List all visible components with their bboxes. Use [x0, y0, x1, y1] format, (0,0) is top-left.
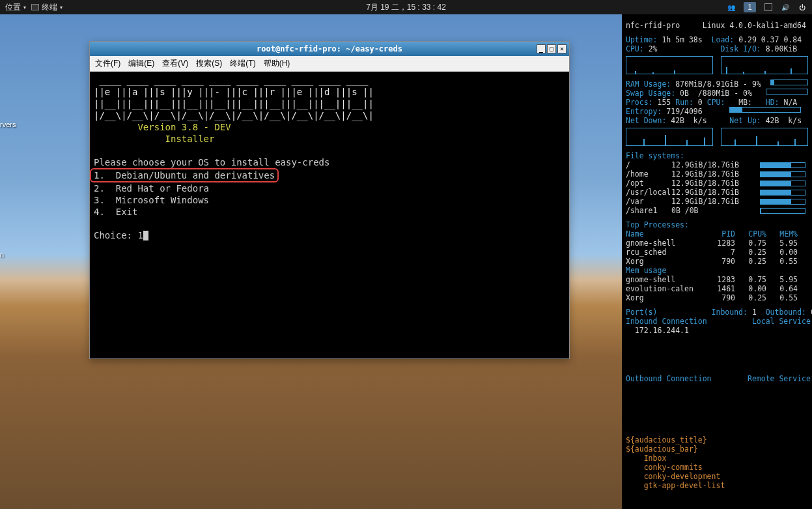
- volume-icon[interactable]: [781, 3, 790, 12]
- netup-value: 42B k/s: [766, 116, 802, 125]
- fs-mount: /usr/local: [626, 188, 671, 197]
- run-label: Run:: [675, 98, 693, 107]
- entropy-bar: [729, 107, 801, 113]
- fs-mount: /opt: [626, 179, 671, 188]
- cursor-icon: [143, 231, 148, 240]
- terminal-menu[interactable]: 终端: [31, 2, 63, 13]
- diskio-value: 8.00KiB: [766, 44, 797, 53]
- mem-proc-list: gnome-shell12830.755.95 evolution-calen1…: [626, 275, 808, 302]
- netdown-graph: [626, 128, 713, 146]
- uptime-value: 1h 5m 38s: [662, 35, 702, 44]
- fs-bar: [760, 162, 805, 168]
- cpu-value: 2%: [649, 44, 658, 53]
- places-menu[interactable]: 位置: [5, 2, 26, 13]
- fs-size: 12.9GiB/18.7GiB: [671, 179, 760, 188]
- load-label: Load:: [712, 35, 735, 44]
- menu-edit[interactable]: 编辑(E): [128, 58, 154, 69]
- fs-mount: /home: [626, 169, 671, 179]
- option-4: 4. Exit: [94, 207, 137, 217]
- option-3: 3. Microsoft Windows: [94, 195, 209, 205]
- filesystem-list: /12.9GiB/18.7GiB /home12.9GiB/18.7GiB /o…: [626, 160, 808, 215]
- diskio-label: Disk I/O:: [720, 44, 761, 53]
- option-2: 2. Red Hat or Fedora: [94, 183, 209, 194]
- filesystem-row: /share10B /0B: [626, 206, 808, 215]
- ports-label: Port(s): [626, 308, 657, 317]
- swap-bar: [766, 89, 808, 95]
- fs-bar: [760, 208, 805, 214]
- conky-panel: nfc-rfid-pro Linux 4.0.0-kali1-amd64 Upt…: [622, 14, 812, 509]
- ram-bar: [770, 80, 808, 85]
- netdown-value: 42B k/s: [671, 116, 707, 125]
- installer-label: Installer: [94, 134, 214, 144]
- proc-row: Xorg7900.250.55: [626, 257, 808, 266]
- maximize-icon[interactable]: [764, 3, 773, 12]
- proc-row: Xorg7900.250.55: [626, 293, 808, 302]
- terminal-menu-label: 终端: [42, 2, 57, 13]
- fs-bar: [760, 190, 805, 196]
- workspace-indicator[interactable]: 1: [744, 2, 756, 12]
- ram-value: 870MiB/8.91GiB - 9%: [675, 80, 761, 89]
- fs-mount: /share1: [626, 206, 671, 215]
- list-item: gtk-app-devel-list: [626, 481, 808, 490]
- filesystems-header: File systems:: [626, 151, 684, 160]
- menu-file[interactable]: 文件(F): [95, 58, 120, 69]
- ascii-line: |/__\|/__\|/__\|/__\|/__\|/__\|/__\|/__\…: [94, 110, 374, 121]
- terminal-content[interactable]: ____ ____ ____ ____ ____ ____ ____ ____ …: [90, 72, 569, 358]
- top-panel: 位置 终端 7月 19 二，15 : 33 : 42 1: [0, 0, 812, 14]
- version-label: Version 3.8 - DEV: [94, 122, 231, 132]
- terminal-icon: [31, 4, 39, 10]
- fs-size: 0B /0B: [671, 206, 760, 215]
- users-icon[interactable]: [727, 3, 736, 12]
- entropy-label: Entropy:: [626, 107, 662, 116]
- fs-bar: [760, 199, 805, 205]
- menu-terminal[interactable]: 终端(T): [230, 58, 255, 69]
- proc-row: evolution-calen14610.000.64: [626, 284, 808, 293]
- fs-size: 12.9GiB/18.7GiB: [671, 160, 760, 169]
- desktop-icon[interactable]: rvers: [0, 121, 16, 128]
- maximize-button[interactable]: □: [547, 44, 556, 53]
- datetime-label[interactable]: 7月 19 二，15 : 33 : 42: [366, 2, 446, 13]
- fs-mount: /var: [626, 197, 671, 206]
- uptime-label: Uptime:: [626, 35, 657, 44]
- desktop-icon[interactable]: n: [0, 251, 4, 259]
- fs-bar: [760, 171, 805, 177]
- run-value: 0: [698, 98, 703, 107]
- terminal-window: root@nfc-rfid-pro: ~/easy-creds _ □ ✕ 文件…: [89, 41, 570, 359]
- proc-row: gnome-shell12830.755.95: [626, 275, 808, 284]
- prompt-choose: Please choose your OS to install easy-cr…: [94, 157, 329, 167]
- menu-view[interactable]: 查看(V): [162, 58, 188, 69]
- netup-label: Net Up:: [729, 116, 761, 125]
- procs-value: 155: [657, 98, 671, 107]
- list-item: conky-development: [626, 472, 808, 481]
- list-item: conky-commits: [626, 463, 808, 472]
- swap-value: 0B /880MiB - 0%: [680, 89, 752, 98]
- ram-label: RAM Usage:: [626, 80, 671, 89]
- fs-mount: /: [626, 160, 671, 169]
- outbound-conn-label: Outbound Connection: [626, 374, 712, 383]
- close-button[interactable]: ✕: [557, 44, 567, 53]
- ascii-line: ||__|||__|||__|||__|||__|||__|||__|||__|…: [94, 98, 374, 109]
- filesystem-row: /usr/local12.9GiB/18.7GiB: [626, 188, 808, 197]
- ascii-line: ||e |||a |||s |||y |||- |||c |||r |||e |…: [94, 87, 374, 97]
- window-controls: _ □ ✕: [537, 44, 567, 53]
- proc-header-row: Name PID CPU% MEM%: [626, 229, 808, 239]
- window-titlebar[interactable]: root@nfc-rfid-pro: ~/easy-creds _ □ ✕: [90, 42, 569, 56]
- minimize-button[interactable]: _: [537, 44, 546, 53]
- audacious-bar: ${audacious_bar}: [626, 444, 698, 454]
- power-icon[interactable]: [798, 3, 807, 12]
- system-tray: 1: [727, 2, 807, 12]
- fs-size: 12.9GiB/18.7GiB: [671, 197, 760, 206]
- inbound-conn-label: Inbound Connection: [626, 317, 707, 326]
- menu-search[interactable]: 搜索(S): [196, 58, 222, 69]
- hostname: nfc-rfid-pro: [626, 21, 680, 30]
- cpu-proc-list: gnome-shell12830.755.95 rcu_sched70.250.…: [626, 239, 808, 266]
- swap-label: Swap Usage:: [626, 89, 675, 98]
- list-item: Inbox: [626, 454, 808, 463]
- proc-row: gnome-shell12830.755.95: [626, 239, 808, 248]
- proc-row: rcu_sched70.250.00: [626, 248, 808, 257]
- filesystem-row: /12.9GiB/18.7GiB: [626, 160, 808, 169]
- menu-help[interactable]: 帮助(H): [264, 58, 290, 69]
- memusage-header: Mem usage: [626, 266, 666, 275]
- terminal-menubar: 文件(F) 编辑(E) 查看(V) 搜索(S) 终端(T) 帮助(H): [90, 56, 569, 72]
- option-1-highlighted: 1. Debian/Ubuntu and derivatives: [90, 168, 279, 182]
